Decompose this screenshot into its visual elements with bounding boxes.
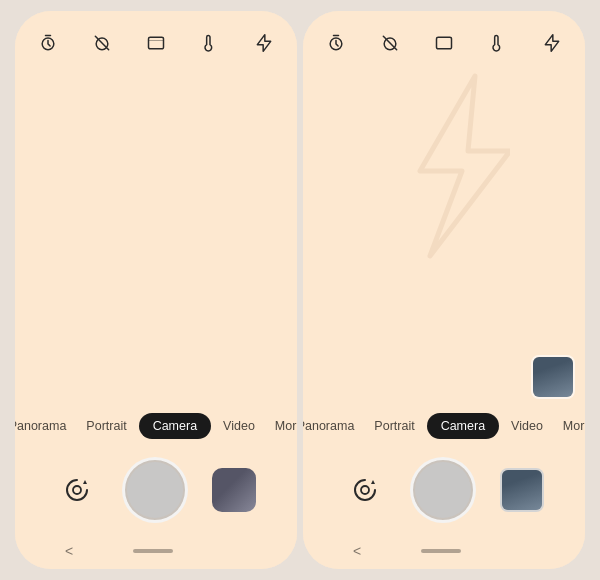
last-photo-thumbnail-right[interactable] xyxy=(531,355,575,399)
flip-camera-button-right[interactable] xyxy=(344,469,386,511)
controls-row-left xyxy=(15,447,297,537)
svg-point-9 xyxy=(361,486,369,494)
back-arrow-left[interactable]: < xyxy=(65,543,73,559)
nav-pill-left xyxy=(133,549,173,553)
mode-panorama-left[interactable]: Panorama xyxy=(15,413,74,439)
mode-more-right[interactable]: More xyxy=(555,413,585,439)
flash-icon-left[interactable] xyxy=(251,29,277,57)
mode-portrait-right[interactable]: Portrait xyxy=(366,413,422,439)
svg-rect-8 xyxy=(437,37,452,49)
mode-more-left[interactable]: More xyxy=(267,413,297,439)
gallery-thumbnail-left xyxy=(212,468,256,512)
shutter-button-left[interactable] xyxy=(122,457,188,523)
mode-portrait-left[interactable]: Portrait xyxy=(78,413,134,439)
top-bar-left xyxy=(15,11,297,67)
mode-camera-left[interactable]: Camera xyxy=(139,413,211,439)
thermometer-icon-right[interactable] xyxy=(485,29,511,57)
phone-right-screen: Panorama Portrait Camera Video More xyxy=(303,11,585,569)
mode-bar-right: Panorama Portrait Camera Video More xyxy=(303,405,585,447)
aspect-ratio-icon-left[interactable] xyxy=(143,29,169,57)
flash-icon-right[interactable] xyxy=(539,29,565,57)
nav-pill-right xyxy=(421,549,461,553)
thermometer-icon-left[interactable] xyxy=(197,29,223,57)
mode-bar-left: Panorama Portrait Camera Video More xyxy=(15,405,297,447)
bottom-nav-right: < xyxy=(303,537,585,569)
mode-camera-right[interactable]: Camera xyxy=(427,413,499,439)
phone-left-screen: Panorama Portrait Camera Video More xyxy=(15,11,297,569)
viewfinder-left xyxy=(15,67,297,405)
timer-icon-left[interactable] xyxy=(35,29,61,57)
shutter-button-right[interactable] xyxy=(410,457,476,523)
svg-point-4 xyxy=(73,486,81,494)
back-arrow-right[interactable]: < xyxy=(353,543,361,559)
phone-left: Panorama Portrait Camera Video More xyxy=(15,11,297,569)
gallery-button-right[interactable] xyxy=(500,468,544,512)
gallery-thumbnail-right xyxy=(502,470,542,510)
flip-camera-button-left[interactable] xyxy=(56,469,98,511)
shutter-inner-left xyxy=(127,462,183,518)
controls-row-right xyxy=(303,447,585,537)
phone-right: Panorama Portrait Camera Video More xyxy=(303,11,585,569)
svg-rect-3 xyxy=(149,37,164,49)
lightning-overlay xyxy=(400,71,510,265)
timer-off-icon-right[interactable] xyxy=(377,29,403,57)
top-bar-right xyxy=(303,11,585,67)
mode-panorama-right[interactable]: Panorama xyxy=(303,413,362,439)
timer-icon-right[interactable] xyxy=(323,29,349,57)
bottom-nav-left: < xyxy=(15,537,297,569)
gallery-button-left[interactable] xyxy=(212,468,256,512)
mode-video-left[interactable]: Video xyxy=(215,413,263,439)
aspect-ratio-icon-right[interactable] xyxy=(431,29,457,57)
thumbnail-image-right xyxy=(533,357,573,397)
timer-off-icon-left[interactable] xyxy=(89,29,115,57)
shutter-inner-right xyxy=(415,462,471,518)
phones-container: Panorama Portrait Camera Video More xyxy=(0,0,600,580)
mode-video-right[interactable]: Video xyxy=(503,413,551,439)
